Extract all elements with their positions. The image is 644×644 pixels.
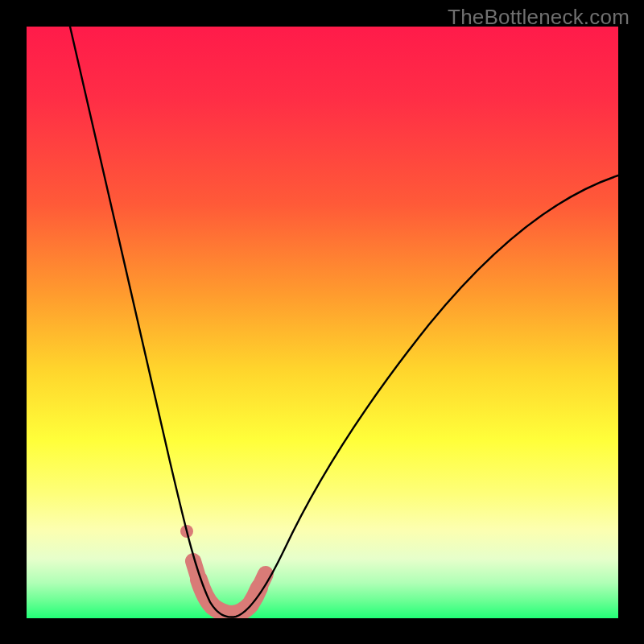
plot-area bbox=[27, 27, 618, 618]
curve-path bbox=[70, 27, 618, 617]
chart-frame: TheBottleneck.com bbox=[0, 0, 644, 644]
bottleneck-curve bbox=[27, 27, 618, 618]
watermark-text: TheBottleneck.com bbox=[448, 5, 630, 30]
